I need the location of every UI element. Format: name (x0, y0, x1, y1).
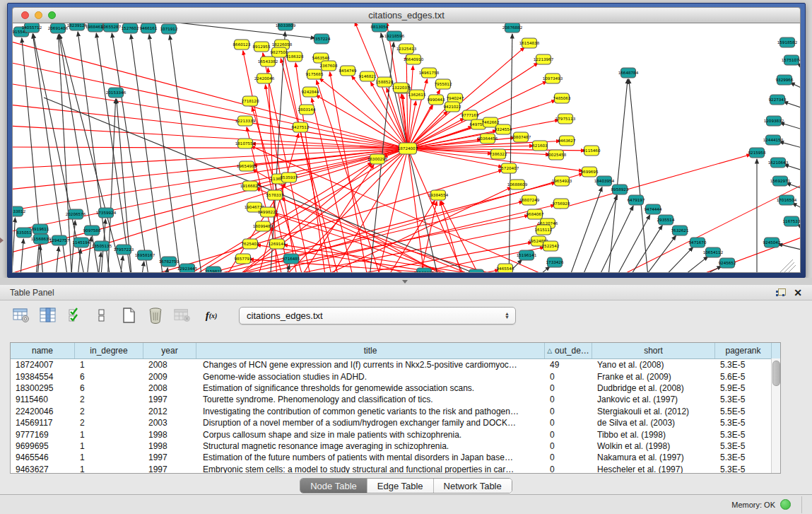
graph-node[interactable]: 15720407 (499, 163, 519, 173)
graph-node[interactable]: 15918582 (777, 37, 797, 47)
graph-edge[interactable] (13, 83, 408, 148)
graph-node[interactable]: 12923445 (177, 264, 198, 272)
graph-node[interactable]: 19384554 (428, 190, 449, 200)
graph-node[interactable]: 1322037 (392, 83, 410, 93)
table-row[interactable]: 969969511998Structural magnetic resonanc… (11, 440, 780, 452)
graph-node[interactable]: 10655287 (101, 23, 122, 32)
graph-edge[interactable] (149, 35, 182, 272)
graph-edge[interactable] (185, 216, 529, 272)
graph-node[interactable]: 1527602 (122, 23, 139, 33)
column-header-in-degree[interactable]: in_degree (75, 343, 143, 358)
table-row[interactable]: 1938455462009Genome-wide association stu… (11, 370, 780, 382)
graph-edge[interactable] (629, 79, 649, 272)
graph-node[interactable]: 15751074 (782, 55, 801, 65)
graph-edge[interactable] (20, 239, 23, 272)
graph-node[interactable]: 20153346 (106, 88, 126, 98)
graph-node[interactable]: 11568639 (31, 234, 52, 244)
tab-network-table[interactable]: Network Table (434, 479, 512, 493)
table-settings-icon[interactable] (13, 307, 30, 324)
graph-node[interactable]: 9175685 (306, 69, 324, 79)
network-window-titlebar[interactable]: citations_edges.txt (12, 7, 801, 23)
panel-splitter[interactable] (0, 278, 812, 285)
graph-node[interactable]: 9115460 (583, 146, 601, 156)
graph-node[interactable]: 10807487 (511, 132, 531, 142)
graph-node[interactable]: 9421022 (444, 102, 461, 112)
graph-node[interactable]: 8215958 (748, 148, 766, 158)
graph-node[interactable]: 12444158 (763, 135, 784, 145)
tab-node-table[interactable]: Node Table (300, 479, 367, 493)
graph-node[interactable]: 8186328 (286, 52, 304, 62)
graph-node[interactable]: 18300295 (367, 154, 388, 164)
citation-network-graph[interactable]: 1872400718300295866012389129551822605898… (13, 23, 801, 272)
graph-edge[interactable] (779, 141, 801, 149)
graph-node[interactable]: 17016504 (777, 195, 797, 205)
new-document-icon[interactable] (120, 307, 137, 324)
graph-node[interactable]: 20876882 (502, 23, 522, 33)
graph-node[interactable]: 18239126 (67, 23, 88, 30)
graph-node[interactable]: 1615112 (535, 225, 553, 235)
table-row[interactable]: 1830029562008Estimation of significance … (11, 382, 780, 394)
graph-node[interactable]: 9990443 (428, 95, 445, 105)
graph-node[interactable]: 2718120 (242, 96, 259, 106)
graph-edge[interactable] (141, 262, 144, 272)
graph-node[interactable]: 7386322 (490, 149, 507, 159)
graph-node[interactable]: 8912955 (253, 42, 271, 52)
graph-node[interactable]: 9466161 (140, 23, 158, 33)
table-row[interactable]: 911546021997Tourette syndrome. Phenomeno… (11, 394, 780, 405)
graph-node[interactable]: 7625402 (242, 239, 259, 249)
table-select-dropdown[interactable]: citations_edges.txt ▲▼ (239, 307, 516, 325)
graph-node[interactable]: 8471670 (689, 238, 707, 247)
graph-node[interactable]: 19218596 (384, 31, 405, 41)
graph-node-hub[interactable]: 18724007 (398, 143, 418, 154)
select-columns-icon[interactable] (66, 307, 83, 324)
graph-node[interactable]: 10025458 (546, 150, 567, 160)
graph-node[interactable]: 7632621 (671, 226, 689, 235)
graph-node[interactable]: 22420046 (254, 74, 275, 83)
row-height-icon[interactable] (93, 307, 110, 324)
graph-node[interactable]: 16033809 (276, 23, 296, 30)
graph-node[interactable]: 7955812 (435, 79, 452, 89)
graph-node[interactable]: 9146821 (359, 71, 377, 81)
network-canvas[interactable]: 1872400718300295866012389129551822605898… (12, 23, 801, 273)
graph-node[interactable]: 18107553 (235, 139, 256, 148)
graph-node[interactable]: 835051 (16, 228, 32, 238)
graph-edge[interactable] (567, 187, 602, 272)
graph-edge[interactable] (78, 32, 111, 272)
graph-node[interactable]: 9465546 (497, 264, 514, 272)
graph-edge[interactable] (13, 41, 408, 148)
graph-node[interactable]: 17975113 (555, 114, 576, 124)
table-row[interactable]: 946554611997Estimation of the future num… (11, 452, 780, 463)
table-row[interactable]: 1872400712008Changes of HCN gene express… (11, 359, 780, 370)
graph-edge[interactable] (784, 165, 801, 172)
graph-node[interactable]: 8919611 (32, 224, 49, 234)
graph-edge[interactable] (13, 218, 15, 272)
graph-node[interactable]: 1588520 (376, 77, 394, 87)
graph-node[interactable]: 9756928 (553, 199, 570, 209)
column-header-pagerank[interactable]: pagerank (715, 343, 772, 358)
table-column-icon[interactable] (40, 307, 57, 324)
graph-node[interactable]: 1071912 (160, 24, 178, 34)
graph-edge[interactable] (657, 247, 693, 272)
graph-node[interactable]: 14961758 (419, 68, 440, 78)
graph-node[interactable]: 16782759 (159, 257, 180, 267)
graph-node[interactable]: 1167533 (783, 216, 801, 226)
graph-edge[interactable] (787, 265, 796, 272)
graph-node[interactable]: 20364456 (478, 134, 498, 144)
graph-node[interactable]: 19654985 (237, 161, 257, 171)
graph-node[interactable]: 12213339 (235, 116, 256, 126)
graph-node[interactable]: 15692971 (770, 176, 791, 186)
graph-node[interactable]: 12325413 (396, 44, 417, 54)
graph-node[interactable]: 9227343 (769, 95, 787, 105)
graph-node[interactable]: 9777169 (461, 110, 479, 120)
graph-node[interactable]: 10654112 (703, 247, 723, 257)
column-header-out-de-[interactable]: △out_de… (545, 343, 592, 358)
graph-node[interactable]: 9684067 (526, 209, 544, 219)
graph-node[interactable]: 12213967 (534, 54, 554, 64)
graph-node[interactable]: 20206576 (66, 209, 86, 219)
graph-node[interactable]: 14055712 (22, 23, 42, 33)
graph-node[interactable]: 1362615 (408, 90, 426, 100)
float-panel-icon[interactable] (776, 288, 785, 297)
column-header-year[interactable]: year (143, 343, 196, 358)
graph-edge[interactable] (13, 147, 408, 148)
graph-node[interactable]: 2159822 (205, 267, 223, 272)
